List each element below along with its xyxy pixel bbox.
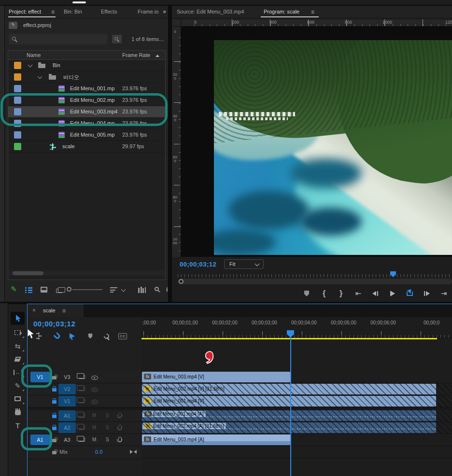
- mute-button[interactable]: M: [92, 425, 96, 430]
- timeline-settings-button[interactable]: [101, 331, 112, 341]
- mix-gain-value[interactable]: 0.0: [95, 449, 102, 455]
- column-frame-rate[interactable]: Frame Rate: [122, 52, 150, 58]
- track-targeting-icon[interactable]: [79, 425, 85, 430]
- solo-button[interactable]: S: [106, 425, 109, 430]
- zoom-level-select[interactable]: Fit: [224, 259, 264, 269]
- search-input[interactable]: [20, 35, 104, 43]
- item-name[interactable]: Edit Menu_005.mp: [70, 132, 114, 138]
- panel-drag-handle[interactable]: [72, 1, 86, 3]
- selection-tool[interactable]: [8, 312, 27, 324]
- timeline-timecode[interactable]: 00;00;03;12: [33, 320, 75, 328]
- item-name[interactable]: 비디오: [63, 74, 79, 81]
- fx-badge-icon[interactable]: fx: [144, 411, 152, 417]
- panel-menu-icon[interactable]: ≡: [51, 9, 55, 15]
- tab-sequence-scale[interactable]: × scale ≡: [28, 304, 84, 317]
- automate-to-sequence-button[interactable]: [138, 287, 146, 293]
- track-targeting-icon[interactable]: [79, 399, 85, 403]
- eye-icon[interactable]: [91, 400, 98, 404]
- snap-toggle[interactable]: [52, 331, 62, 341]
- mark-in-button[interactable]: {: [318, 288, 330, 299]
- fx-badge-modified-icon[interactable]: fx: [144, 423, 152, 429]
- rectangle-tool[interactable]: [8, 392, 27, 405]
- tab-program[interactable]: Program: scale: [264, 9, 299, 14]
- track-targeting-icon[interactable]: [79, 437, 85, 442]
- column-name[interactable]: Name: [27, 52, 41, 58]
- solo-button[interactable]: S: [106, 413, 109, 418]
- list-item-clip-005[interactable]: Edit Menu_005.mp 23.976 fps: [8, 129, 165, 141]
- panel-menu-icon[interactable]: ≡: [311, 9, 314, 15]
- voiceover-mic-icon[interactable]: [116, 425, 122, 432]
- item-name[interactable]: scale: [62, 143, 75, 149]
- close-icon[interactable]: ×: [32, 307, 36, 314]
- export-frame-button[interactable]: [404, 288, 415, 299]
- panel-menu-icon[interactable]: ≡: [62, 308, 66, 314]
- fx-badge-icon[interactable]: fx: [144, 436, 151, 442]
- sort-icon[interactable]: [110, 287, 117, 293]
- linked-selection-toggle[interactable]: [68, 331, 78, 341]
- chevron-down-icon[interactable]: [38, 74, 42, 79]
- mute-button[interactable]: M: [92, 413, 96, 418]
- add-marker-button[interactable]: [301, 288, 312, 299]
- go-to-out-button[interactable]: ⇥: [438, 288, 450, 299]
- program-timecode[interactable]: 00;00;03;12: [180, 261, 216, 268]
- track-targeting-icon[interactable]: [79, 375, 85, 379]
- monitor-zoom-scrollbar[interactable]: [178, 279, 452, 284]
- lock-open-icon[interactable]: [52, 451, 56, 454]
- sort-ascending-icon[interactable]: [155, 55, 159, 57]
- find-button[interactable]: [155, 287, 159, 291]
- track-select-forward-tool[interactable]: [8, 326, 27, 339]
- lock-open-icon[interactable]: [52, 376, 56, 379]
- lock-closed-icon[interactable]: [52, 415, 56, 418]
- lock-open-icon[interactable]: [52, 439, 56, 442]
- horizontal-ruler[interactable]: 0 200 400 600 800 1000 120: [181, 19, 452, 27]
- scrollbar-handle[interactable]: [179, 279, 184, 284]
- volume-rubber-band[interactable]: [142, 417, 436, 417]
- solo-button[interactable]: S: [106, 437, 109, 442]
- add-marker-button[interactable]: [85, 331, 96, 341]
- item-name[interactable]: Bin: [53, 62, 60, 68]
- razor-tool[interactable]: [8, 353, 27, 365]
- eye-icon[interactable]: [91, 388, 98, 392]
- chevron-down-icon[interactable]: [28, 63, 33, 68]
- lock-closed-icon[interactable]: [52, 400, 56, 404]
- tab-project[interactable]: Project: effect: [9, 9, 41, 14]
- tab-source[interactable]: Source: Edit Menu_003.mp4: [177, 9, 244, 14]
- item-name[interactable]: Edit Menu_001.mp: [70, 85, 114, 91]
- tab-frameio[interactable]: Frame.io: [138, 9, 158, 14]
- captions-button[interactable]: CC: [117, 331, 128, 341]
- mark-out-button[interactable]: }: [335, 288, 347, 299]
- timeline-ruler[interactable]: ;00;00 00;00;01;00 00;00;02;00 00;00;03;…: [141, 317, 452, 338]
- list-item-folder-video[interactable]: 비디오: [8, 71, 165, 83]
- fx-badge-modified-icon[interactable]: fx: [144, 398, 151, 404]
- horizontal-scrollbar[interactable]: [9, 270, 165, 276]
- step-forward-button[interactable]: [421, 288, 433, 299]
- search-box[interactable]: [9, 34, 107, 44]
- clip-a2-edit-menu-002-audio[interactable]: fx Edit Menu_002.mp4 [A] [31.68%]: [141, 422, 437, 434]
- ripple-edit-tool[interactable]: ⇆: [8, 340, 27, 352]
- lock-closed-icon[interactable]: [52, 388, 56, 392]
- icon-view-button[interactable]: [41, 287, 47, 293]
- playhead-line[interactable]: [290, 331, 291, 476]
- track-v2-button[interactable]: V2: [58, 384, 76, 394]
- tab-effects[interactable]: Effects: [101, 9, 117, 14]
- label-chip[interactable]: [14, 143, 21, 150]
- fx-badge-icon[interactable]: fx: [144, 374, 151, 379]
- mute-button[interactable]: M: [92, 437, 96, 442]
- find-in-bin-button[interactable]: [112, 35, 122, 43]
- clip-v2-edit-menu-002[interactable]: fx Edit Menu_002.mp4 [V] [31.68%]: [141, 383, 437, 395]
- clip-v1-edit-menu-001[interactable]: fx Edit Menu_001.mp4 [V]: [141, 395, 437, 407]
- label-chip[interactable]: [14, 131, 21, 139]
- label-chip[interactable]: [14, 62, 21, 69]
- play-button[interactable]: [387, 288, 398, 299]
- project-writable-icon[interactable]: ✎: [11, 285, 17, 294]
- eye-icon[interactable]: [91, 376, 98, 380]
- track-a3-button[interactable]: A3: [58, 434, 76, 445]
- voiceover-mic-icon[interactable]: [116, 437, 122, 444]
- volume-rubber-band[interactable]: [142, 429, 436, 429]
- monitor-mini-timeline[interactable]: [178, 272, 452, 277]
- sort-chevron-icon[interactable]: [121, 287, 126, 292]
- label-chip[interactable]: [14, 73, 21, 81]
- zoom-slider-knob[interactable]: [67, 287, 71, 292]
- freeform-view-button[interactable]: [56, 289, 62, 293]
- scrollbar-thumb[interactable]: [13, 271, 43, 275]
